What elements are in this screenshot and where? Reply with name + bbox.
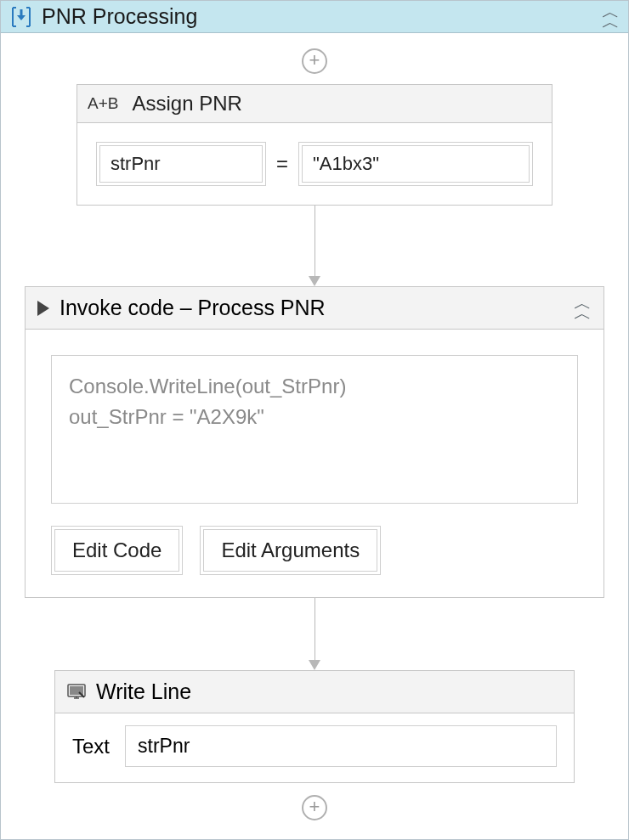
code-preview[interactable]: Console.WriteLine(out_StrPnr) out_StrPnr…	[51, 355, 578, 504]
sequence-title: PNR Processing	[42, 4, 602, 29]
assign-icon: A+B	[88, 94, 118, 113]
write-line-activity[interactable]: Write Line Text	[54, 670, 575, 783]
edit-code-button[interactable]: Edit Code	[51, 526, 183, 575]
sequence-activity: PNR Processing ︿︿ A+B Assign PNR =	[0, 0, 629, 840]
add-activity-bottom-button[interactable]	[302, 795, 327, 820]
invoke-title: Invoke code – Process PNR	[60, 296, 574, 320]
write-line-body: Text	[55, 713, 574, 782]
assign-to-input[interactable]	[99, 145, 263, 183]
equals-label: =	[276, 152, 288, 176]
flow-arrow	[314, 206, 315, 286]
text-field-label: Text	[72, 735, 110, 758]
assign-body: =	[77, 123, 552, 205]
sequence-body: A+B Assign PNR = Invoke code – Process P…	[1, 33, 628, 839]
assign-value-input[interactable]	[302, 145, 530, 183]
assign-header[interactable]: A+B Assign PNR	[77, 85, 552, 123]
edit-arguments-button[interactable]: Edit Arguments	[200, 526, 381, 575]
assign-title: Assign PNR	[132, 92, 241, 116]
collapse-icon[interactable]: ︿︿	[602, 7, 620, 26]
assign-to-wrapper	[96, 142, 266, 186]
write-line-title: Write Line	[96, 679, 191, 704]
invoke-body: Console.WriteLine(out_StrPnr) out_StrPnr…	[26, 330, 604, 597]
sequence-icon	[9, 6, 33, 28]
add-activity-top-button[interactable]	[302, 48, 327, 74]
sequence-titlebar[interactable]: PNR Processing ︿︿	[1, 1, 628, 33]
expand-triangle-icon[interactable]	[37, 301, 49, 316]
write-line-header[interactable]: Write Line	[55, 671, 574, 713]
assign-value-wrapper	[298, 142, 533, 186]
invoke-code-activity[interactable]: Invoke code – Process PNR ︿︿ Console.Wri…	[25, 286, 604, 598]
assign-activity[interactable]: A+B Assign PNR =	[76, 84, 552, 206]
invoke-header[interactable]: Invoke code – Process PNR ︿︿	[26, 287, 604, 330]
write-line-icon	[67, 684, 86, 701]
collapse-icon[interactable]: ︿︿	[574, 298, 592, 318]
write-line-text-input[interactable]	[125, 725, 557, 767]
flow-arrow	[314, 598, 315, 670]
